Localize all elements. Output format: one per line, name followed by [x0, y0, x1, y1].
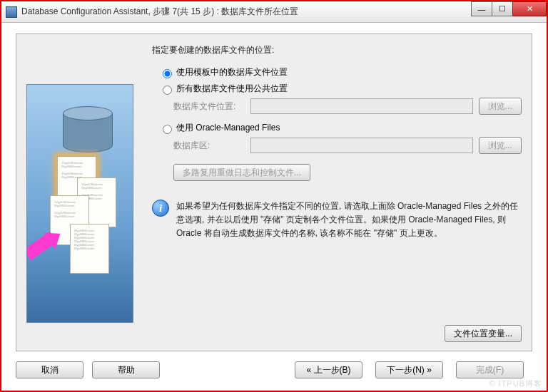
app-icon — [6, 6, 17, 18]
info-row: i 如果希望为任何数据库文件指定不同的位置, 请选取上面除 Oracle-Man… — [152, 200, 522, 241]
common-location-row: 数据库文件位置: 浏览... — [173, 98, 522, 115]
wizard-illustration: 1Vpy92MulereenWyy93MJunsen1Vpy92Mulereen… — [26, 84, 133, 323]
db-area-input[interactable] — [250, 138, 473, 153]
maximize-button[interactable]: ☐ — [492, 1, 513, 16]
close-button[interactable]: ✕ — [512, 1, 547, 16]
radio-omf[interactable] — [163, 125, 172, 134]
title-bar: Database Configuration Assistant, 步骤 7(共… — [1, 1, 547, 23]
radio-common-location[interactable] — [163, 86, 172, 95]
option-omf[interactable]: 使用 Oracle-Managed Files — [159, 122, 522, 134]
database-icon — [63, 106, 113, 156]
db-file-location-label: 数据库文件位置: — [173, 100, 245, 113]
main-area: 指定要创建的数据库文件的位置: 使用模板中的数据库文件位置 所有数据库文件使用公… — [152, 44, 522, 315]
option-common-location[interactable]: 所有数据库文件使用公共位置 — [159, 83, 522, 95]
option-template-location[interactable]: 使用模板中的数据库文件位置 — [159, 66, 522, 78]
watermark: © ITPUB博客 — [489, 378, 542, 389]
option-label: 所有数据库文件使用公共位置 — [176, 83, 288, 95]
window-controls: — ☐ ✕ — [472, 1, 547, 16]
option-label: 使用 Oracle-Managed Files — [176, 122, 280, 134]
omf-row: 数据库区: 浏览... — [173, 137, 522, 154]
back-button[interactable]: « 上一步(B) — [295, 361, 362, 378]
option-label: 使用模板中的数据库文件位置 — [176, 66, 288, 78]
multiplex-button[interactable]: 多路复用重做日志和控制文件... — [173, 164, 310, 181]
radio-template-location[interactable] — [163, 69, 172, 78]
browse-button-2[interactable]: 浏览... — [479, 137, 522, 154]
content-panel: 1Vpy92MulereenWyy93MJunsen1Vpy92Mulereen… — [16, 33, 532, 351]
next-button[interactable]: 下一步(N) » — [375, 361, 443, 378]
db-file-location-input[interactable] — [250, 98, 473, 114]
window-title: Database Configuration Assistant, 步骤 7(共… — [21, 6, 298, 18]
finish-button[interactable]: 完成(F) — [456, 361, 524, 378]
minimize-button[interactable]: — — [471, 1, 492, 16]
file-icon: Wyy93MJunsenWyy93MJunsenWyy93MJunsenWyy9… — [70, 224, 109, 274]
prompt-label: 指定要创建的数据库文件的位置: — [152, 44, 522, 56]
cancel-button[interactable]: 取消 — [16, 361, 83, 378]
file-location-variables-button[interactable]: 文件位置变量... — [445, 325, 522, 342]
db-area-label: 数据库区: — [173, 140, 245, 152]
help-button[interactable]: 帮助 — [92, 361, 160, 378]
info-text: 如果希望为任何数据库文件指定不同的位置, 请选取上面除 Oracle-Manag… — [176, 200, 522, 241]
info-icon: i — [152, 200, 169, 217]
browse-button-1[interactable]: 浏览... — [479, 98, 522, 115]
wizard-footer: 取消 帮助 « 上一步(B) 下一步(N) » 完成(F) — [16, 358, 532, 382]
